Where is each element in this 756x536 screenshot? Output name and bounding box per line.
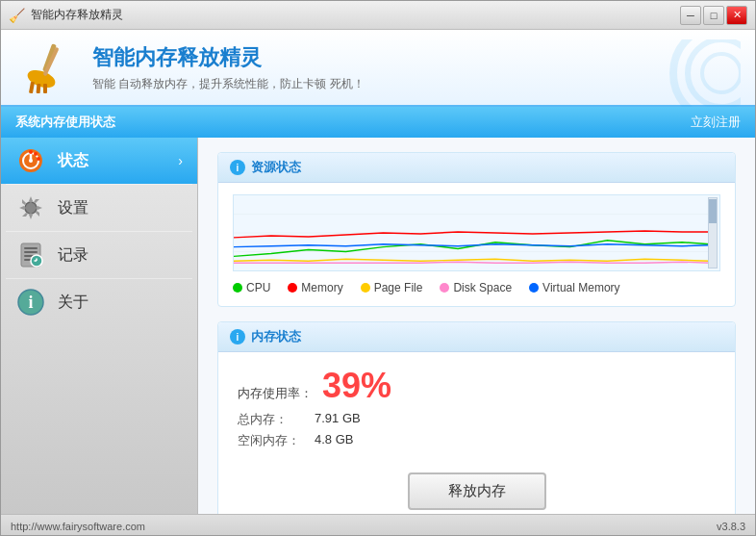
header-text: 智能内存释放精灵 智能 自动释放内存，提升系统性能，防止卡顿 死机！	[92, 43, 365, 92]
memory-section-title: 内存状态	[251, 328, 301, 345]
memory-stats: 内存使用率： 39% 总内存： 7.91 GB 空闲内存： 4.8 GB	[233, 364, 720, 458]
memory-section-header: i 内存状态	[218, 322, 735, 352]
title-bar-buttons: ─ □ ✕	[680, 6, 747, 25]
memory-total-label: 总内存：	[238, 411, 305, 428]
resource-info-icon: i	[230, 160, 245, 175]
resource-section-title: 资源状态	[251, 159, 301, 176]
records-nav-icon	[15, 240, 46, 270]
memory-total-value: 7.91 GB	[315, 411, 361, 428]
status-nav-arrow: ›	[178, 153, 183, 168]
sidebar-item-status[interactable]: 状态 ›	[1, 138, 197, 184]
legend-memory: Memory	[288, 281, 342, 294]
resource-section: i 资源状态	[217, 152, 736, 307]
memory-free-value: 4.8 GB	[315, 432, 353, 449]
svg-rect-2	[29, 82, 35, 94]
chart-legend: CPU Memory Page File Disk Space	[233, 281, 720, 294]
app-tagline: 智能 自动释放内存，提升系统性能，防止卡顿 死机！	[92, 76, 365, 92]
legend-pagefile: Page File	[361, 281, 423, 294]
svg-rect-19	[24, 251, 38, 253]
status-nav-icon	[15, 145, 46, 176]
header-watermark	[644, 39, 741, 107]
status-bar: 系统内存使用状态 立刻注册	[1, 107, 755, 138]
svg-rect-18	[24, 247, 38, 249]
diskspace-label: Disk Space	[453, 281, 512, 294]
memory-label: Memory	[301, 281, 342, 294]
sidebar-item-records[interactable]: 记录	[1, 232, 197, 278]
maximize-button[interactable]: □	[703, 6, 724, 25]
memory-total-row: 总内存： 7.91 GB	[238, 411, 716, 428]
svg-point-16	[25, 202, 37, 214]
legend-virtualmem: Virtual Memory	[529, 281, 619, 294]
svg-point-8	[702, 54, 741, 92]
register-button[interactable]: 立刻注册	[691, 114, 741, 131]
legend-diskspace: Disk Space	[440, 281, 512, 294]
sidebar-item-about[interactable]: i 关于	[1, 279, 197, 325]
main-layout: 状态 › 设置	[1, 138, 755, 514]
about-nav-label: 关于	[58, 293, 183, 313]
svg-text:i: i	[28, 293, 33, 312]
title-bar: 🧹 智能内存释放精灵 ─ □ ✕	[1, 1, 755, 30]
chart-scrollbar[interactable]	[708, 197, 718, 268]
chart-scrollbar-thumb[interactable]	[709, 199, 717, 223]
app-header: 智能内存释放精灵 智能 自动释放内存，提升系统性能，防止卡顿 死机！	[1, 30, 755, 107]
resource-chart	[233, 194, 720, 271]
close-button[interactable]: ✕	[726, 6, 747, 25]
sidebar-item-settings[interactable]: 设置	[1, 185, 197, 231]
memory-usage-label: 内存使用率：	[238, 385, 313, 402]
title-bar-text: 智能内存释放精灵	[31, 7, 123, 23]
svg-point-12	[29, 159, 33, 163]
diskspace-dot	[440, 283, 449, 293]
status-nav-label: 状态	[58, 151, 166, 171]
sidebar: 状态 › 设置	[1, 138, 198, 514]
release-memory-button[interactable]: 释放内存	[408, 472, 546, 510]
bottom-bar: http://www.fairysoftware.com v3.8.3	[1, 514, 755, 536]
title-bar-left: 🧹 智能内存释放精灵	[9, 7, 123, 23]
resource-section-header: i 资源状态	[218, 153, 735, 183]
resource-section-body: CPU Memory Page File Disk Space	[218, 183, 735, 306]
memory-section-body: 内存使用率： 39% 总内存： 7.91 GB 空闲内存： 4.8 GB 释放内…	[218, 352, 735, 514]
version-label: v3.8.3	[717, 521, 745, 532]
header-logo	[20, 38, 78, 96]
svg-point-14	[34, 152, 38, 156]
cpu-dot	[233, 283, 242, 293]
records-nav-label: 记录	[58, 245, 183, 266]
pagefile-dot	[361, 283, 370, 293]
svg-rect-4	[43, 84, 47, 93]
memory-info-icon: i	[230, 329, 245, 345]
memory-usage-percent: 39%	[322, 369, 391, 403]
pagefile-label: Page File	[374, 281, 423, 294]
svg-point-13	[29, 150, 33, 154]
content-area: i 资源状态	[198, 138, 755, 514]
status-bar-title: 系统内存使用状态	[15, 114, 115, 131]
memory-section: i 内存状态 内存使用率： 39% 总内存： 7.91 GB 空闲内存： 4.8…	[217, 321, 736, 514]
svg-point-7	[688, 39, 741, 107]
svg-point-6	[673, 39, 741, 107]
about-nav-icon: i	[15, 287, 46, 318]
memory-free-label: 空闲内存：	[238, 432, 305, 449]
minimize-button[interactable]: ─	[680, 6, 701, 25]
app-icon: 🧹	[9, 8, 25, 23]
legend-cpu: CPU	[233, 281, 270, 294]
settings-nav-label: 设置	[58, 198, 183, 218]
memory-dot	[288, 283, 297, 293]
website-url: http://www.fairysoftware.com	[11, 521, 145, 532]
virtualmem-dot	[529, 283, 539, 293]
settings-nav-icon	[15, 192, 46, 223]
cpu-label: CPU	[246, 281, 270, 294]
svg-point-15	[37, 157, 40, 161]
memory-free-row: 空闲内存： 4.8 GB	[238, 432, 716, 449]
app-name: 智能内存释放精灵	[92, 43, 365, 72]
virtualmem-label: Virtual Memory	[542, 281, 619, 294]
memory-usage-row: 内存使用率： 39%	[238, 369, 716, 403]
